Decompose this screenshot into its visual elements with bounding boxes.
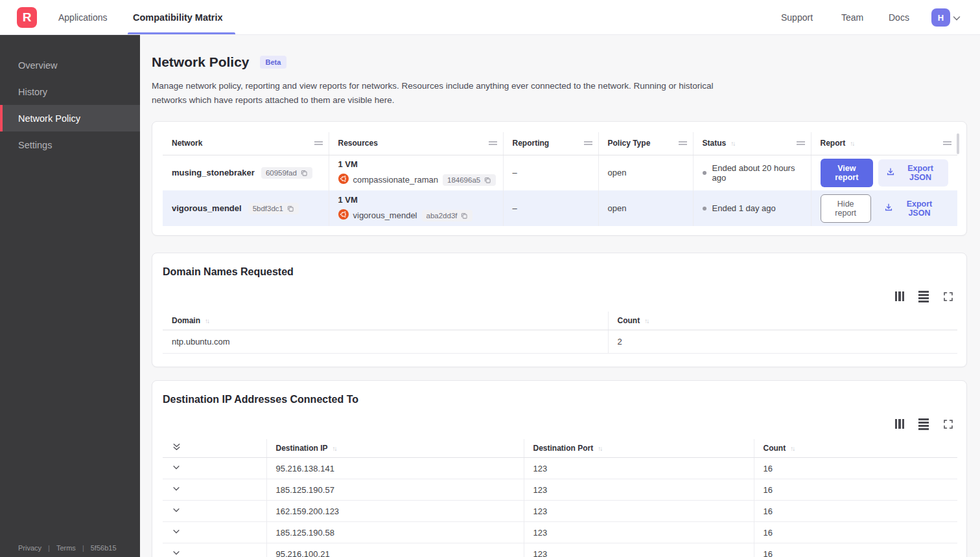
footer-divider: |: [48, 544, 50, 552]
networks-card: Network Resources Reporting Policy Type …: [152, 121, 967, 236]
sidebar-item-overview[interactable]: Overview: [0, 52, 140, 78]
networks-header-row: Network Resources Reporting Policy Type …: [163, 132, 957, 155]
cell-status: Ended about 20 hours ago: [693, 155, 811, 190]
cell-destination-port: 123: [524, 458, 754, 479]
col-header-report[interactable]: Report↑↓: [811, 132, 957, 155]
view-report-button[interactable]: View report: [821, 159, 874, 187]
cell-destination-ip: 95.216.138.141: [266, 458, 524, 479]
column-drag-handle-icon[interactable]: [943, 141, 951, 145]
col-header-reporting[interactable]: Reporting: [503, 132, 598, 155]
network-name: musing_stonebraker: [172, 168, 255, 177]
domains-table: Domain↑↓ Count↑↓ ntp.ubuntu.com 2: [163, 312, 957, 354]
destination-row: 95.216.100.21 123 16: [163, 543, 957, 557]
nav-team[interactable]: Team: [841, 0, 863, 35]
export-json-button[interactable]: Export JSON: [876, 195, 948, 222]
chevron-down-icon[interactable]: [172, 549, 181, 557]
hide-report-button[interactable]: Hide report: [821, 194, 871, 223]
row-density-icon[interactable]: [918, 418, 929, 430]
network-name: vigorous_mendel: [172, 203, 242, 213]
col-header-destination-port[interactable]: Destination Port↑↓: [524, 439, 754, 458]
row-expander[interactable]: [163, 479, 266, 501]
nav-applications[interactable]: Applications: [58, 0, 108, 35]
row-expander[interactable]: [163, 543, 266, 557]
nav-docs[interactable]: Docs: [889, 0, 909, 35]
sort-arrows-icon[interactable]: ↑↓: [205, 317, 209, 324]
ubuntu-icon: [338, 209, 349, 222]
column-drag-handle-icon[interactable]: [314, 141, 323, 145]
cell-count: 16: [754, 479, 957, 501]
terms-link[interactable]: Terms: [56, 544, 76, 552]
col-header-count[interactable]: Count↑↓: [754, 439, 957, 458]
sort-arrows-icon[interactable]: ↑↓: [790, 445, 794, 452]
fullscreen-icon[interactable]: [943, 419, 953, 429]
destination-row: 185.125.190.58 123 16: [163, 522, 957, 543]
sort-arrows-icon[interactable]: ↑↓: [598, 445, 601, 452]
sidebar-item-history[interactable]: History: [0, 78, 140, 105]
row-expander[interactable]: [163, 522, 266, 543]
col-header-policy-type[interactable]: Policy Type: [598, 132, 693, 155]
col-header-count[interactable]: Count↑↓: [608, 312, 957, 330]
export-json-button[interactable]: Export JSON: [878, 159, 948, 187]
column-drag-handle-icon[interactable]: [489, 141, 497, 145]
chevron-down-icon[interactable]: [172, 506, 181, 515]
privacy-link[interactable]: Privacy: [18, 544, 41, 552]
sidebar-footer: Privacy | Terms | 5f56b15: [18, 544, 117, 552]
vm-id-badge: aba2dd3f: [422, 210, 473, 222]
column-drag-handle-icon[interactable]: [679, 141, 687, 145]
nav-support[interactable]: Support: [781, 0, 813, 35]
column-drag-handle-icon[interactable]: [797, 141, 805, 145]
copy-icon[interactable]: [460, 212, 468, 220]
col-header-expand-all[interactable]: [163, 439, 266, 458]
main-content: Network Policy Beta Manage network polic…: [140, 35, 980, 557]
chevron-down-icon[interactable]: [172, 463, 181, 472]
cell-network: musing_stonebraker 60959fad: [163, 155, 329, 190]
cell-domain: ntp.ubuntu.com: [163, 330, 608, 354]
expand-all-icon[interactable]: [172, 442, 181, 452]
sort-arrows-icon[interactable]: ↑↓: [332, 445, 336, 452]
user-menu-chevron-icon[interactable]: [951, 13, 962, 26]
cell-status: Ended 1 day ago: [693, 190, 811, 226]
sidebar-item-settings[interactable]: Settings: [0, 131, 140, 158]
col-header-resources[interactable]: Resources: [329, 132, 503, 155]
col-header-status[interactable]: Status↑↓: [693, 132, 811, 155]
col-header-destination-ip[interactable]: Destination IP↑↓: [266, 439, 524, 458]
copy-icon[interactable]: [484, 176, 491, 184]
footer-divider: |: [82, 544, 84, 552]
networks-table: Network Resources Reporting Policy Type …: [163, 132, 957, 226]
col-header-domain[interactable]: Domain↑↓: [163, 312, 608, 330]
resource-count: 1 VM: [338, 159, 494, 169]
column-visibility-icon[interactable]: [895, 419, 905, 429]
domains-card: Domain Names Requested Domain↑↓ Count↑↓ …: [152, 253, 967, 367]
download-icon: [884, 203, 893, 214]
fullscreen-icon[interactable]: [943, 291, 953, 302]
chevron-down-icon[interactable]: [172, 484, 181, 494]
cell-count: 16: [754, 458, 957, 479]
vm-name: vigorous_mendel: [353, 210, 417, 220]
sort-arrows-icon[interactable]: ↑↓: [850, 140, 854, 147]
sort-arrows-icon[interactable]: ↑↓: [644, 317, 648, 324]
row-density-icon[interactable]: [918, 291, 929, 302]
column-visibility-icon[interactable]: [895, 291, 905, 301]
destinations-header-row: Destination IP↑↓ Destination Port↑↓ Coun…: [163, 439, 957, 458]
copy-icon[interactable]: [300, 169, 308, 177]
domains-card-title: Domain Names Requested: [163, 266, 956, 278]
status-dot-icon: [703, 207, 706, 210]
sort-arrows-icon[interactable]: ↑↓: [730, 140, 734, 147]
column-drag-handle-icon[interactable]: [584, 141, 592, 145]
table-toolbar: [163, 291, 953, 302]
app-logo[interactable]: R: [17, 7, 37, 28]
nav-compatibility-matrix[interactable]: Compatibility Matrix: [133, 0, 223, 35]
sidebar-item-network-policy[interactable]: Network Policy: [0, 105, 140, 131]
user-avatar[interactable]: H: [931, 8, 950, 27]
row-expander[interactable]: [163, 501, 266, 522]
copy-icon[interactable]: [286, 205, 294, 212]
network-row: musing_stonebraker 60959fad 1 VM compass…: [163, 155, 957, 190]
cell-resources: 1 VM vigorous_mendel aba2dd3f: [329, 190, 503, 226]
sidebar-nav: Overview History Network Policy Settings: [0, 35, 140, 158]
domain-row: ntp.ubuntu.com 2: [163, 330, 957, 354]
chevron-down-icon[interactable]: [172, 527, 181, 536]
col-header-network[interactable]: Network: [163, 132, 329, 155]
beta-badge: Beta: [260, 56, 287, 69]
cell-destination-port: 123: [524, 479, 754, 501]
row-expander[interactable]: [163, 458, 266, 479]
